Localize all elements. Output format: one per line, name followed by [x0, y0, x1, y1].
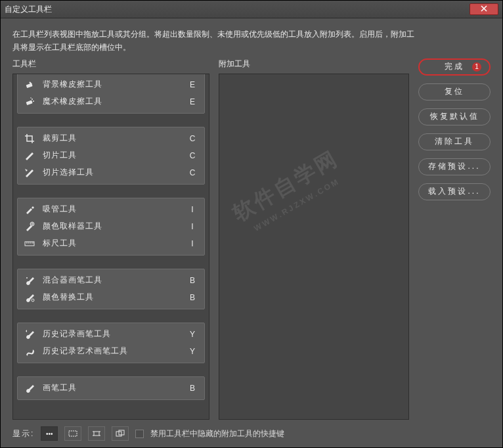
tool-label: 吸管工具	[43, 204, 186, 215]
toolbar-column-title: 工具栏	[12, 58, 209, 70]
tool-row[interactable]: 颜色替换工具B	[18, 289, 204, 306]
window: 自定义工具栏 在工具栏列表视图中拖放工具或其分组。将超出数量限制、未使用或优先级…	[0, 0, 503, 448]
tool-shortcut: B	[186, 293, 199, 302]
done-button-label: 完成	[445, 61, 464, 72]
svg-point-3	[33, 101, 34, 102]
svg-rect-16	[94, 432, 99, 436]
button-column: 完成 1 复位 恢复默认值 清除工具 存储预设... 载入预设...	[418, 58, 491, 420]
tool-row[interactable]: 裁剪工具C	[18, 130, 204, 147]
toolbar-list[interactable]: 背景橡皮擦工具E魔术橡皮擦工具E裁剪工具C切片工具C切片选择工具C吸管工具I颜色…	[12, 74, 209, 420]
main-area: 工具栏 背景橡皮擦工具E魔术橡皮擦工具E裁剪工具C切片工具C切片选择工具C吸管工…	[12, 58, 491, 420]
svg-point-14	[32, 299, 34, 302]
load-preset-button[interactable]: 载入预设...	[418, 183, 491, 200]
disable-shortcuts-label: 禁用工具栏中隐藏的附加工具的快捷键	[150, 428, 284, 439]
tool-group: 吸管工具I颜色取样器工具I标尺工具I	[17, 198, 205, 256]
ruler-icon	[23, 238, 36, 249]
tool-row[interactable]: 背景橡皮擦工具E	[18, 76, 204, 93]
tool-label: 裁剪工具	[43, 133, 186, 144]
tool-label: 颜色替换工具	[43, 292, 186, 303]
slice-icon	[23, 150, 36, 161]
display-label: 显示:	[12, 428, 34, 439]
rect-icon	[68, 430, 77, 437]
save-preset-button[interactable]: 存储预设...	[418, 158, 491, 175]
tool-shortcut: I	[186, 205, 199, 214]
slice-select-icon	[23, 168, 36, 178]
tool-label: 标尺工具	[43, 238, 186, 249]
tool-shortcut: Y	[186, 330, 199, 339]
brush-icon	[23, 383, 36, 393]
extra-column: 附加工具	[219, 58, 409, 420]
tool-shortcut: I	[186, 222, 199, 231]
tool-label: 画笔工具	[43, 382, 186, 393]
overlap-icon	[116, 430, 125, 437]
color-replace-icon	[23, 292, 36, 303]
tool-row[interactable]: 混合器画笔工具B	[18, 272, 204, 289]
tool-label: 切片工具	[43, 150, 186, 161]
tool-row[interactable]: 历史记录画笔工具Y	[18, 326, 204, 343]
tool-shortcut: Y	[186, 347, 199, 356]
tool-group: 历史记录画笔工具Y历史记录艺术画笔工具Y	[17, 323, 205, 363]
close-button[interactable]	[470, 3, 498, 15]
tool-label: 魔术橡皮擦工具	[43, 96, 186, 107]
tool-shortcut: B	[186, 276, 199, 285]
bg-eraser-icon	[23, 79, 36, 90]
window-title: 自定义工具栏	[5, 4, 470, 15]
svg-rect-15	[69, 431, 77, 436]
tool-shortcut: B	[186, 384, 199, 393]
tool-shortcut: I	[186, 239, 199, 248]
restore-defaults-button[interactable]: 恢复默认值	[418, 108, 491, 125]
tool-label: 切片选择工具	[43, 167, 186, 178]
tool-shortcut: E	[186, 80, 199, 89]
mixer-brush-icon	[23, 275, 36, 286]
tool-row[interactable]: 画笔工具B	[18, 380, 204, 397]
svg-point-13	[26, 277, 28, 279]
tool-row[interactable]: 魔术橡皮擦工具E	[18, 93, 204, 110]
tool-shortcut: E	[186, 97, 199, 106]
tool-label: 历史记录画笔工具	[43, 328, 186, 340]
svg-point-2	[32, 99, 33, 100]
tool-row[interactable]: 切片工具C	[18, 147, 204, 164]
clear-tools-button[interactable]: 清除工具	[418, 133, 491, 150]
done-badge: 1	[472, 62, 481, 72]
tool-row[interactable]: 颜色取样器工具I	[18, 218, 204, 235]
titlebar: 自定义工具栏	[1, 1, 502, 18]
extra-column-title: 附加工具	[219, 58, 409, 70]
tool-row[interactable]: 标尺工具I	[18, 235, 204, 252]
tool-group: 画笔工具B	[17, 376, 205, 400]
footer: 显示: ••• 禁用工具栏中隐藏的附加工具的快捷键	[12, 420, 491, 441]
magic-eraser-icon	[23, 97, 36, 107]
svg-rect-1	[26, 100, 33, 105]
display-option-rect[interactable]	[64, 426, 81, 441]
tool-row[interactable]: 历史记录艺术画笔工具Y	[18, 343, 204, 360]
tool-group: 背景橡皮擦工具E魔术橡皮擦工具E	[17, 74, 205, 114]
toolbar-column: 工具栏 背景橡皮擦工具E魔术橡皮擦工具E裁剪工具C切片工具C切片选择工具C吸管工…	[12, 58, 209, 420]
close-icon	[481, 5, 487, 14]
done-button[interactable]: 完成 1	[418, 58, 491, 76]
tool-label: 混合器画笔工具	[43, 275, 186, 286]
display-option-artboard[interactable]	[88, 426, 105, 441]
tool-row[interactable]: 切片选择工具C	[18, 164, 204, 181]
tool-label: 背景橡皮擦工具	[43, 79, 186, 90]
tool-row[interactable]: 吸管工具I	[18, 201, 204, 218]
display-option-dots[interactable]: •••	[41, 426, 58, 441]
svg-point-4	[30, 97, 32, 99]
artboard-icon	[92, 430, 101, 437]
extra-list[interactable]	[219, 74, 409, 420]
crop-icon	[23, 133, 36, 144]
dots-icon: •••	[46, 430, 53, 437]
history-brush-icon	[23, 329, 36, 340]
disable-shortcuts-checkbox[interactable]	[135, 430, 144, 438]
instruction-text: 在工具栏列表视图中拖放工具或其分组。将超出数量限制、未使用或优先级低的工具放入附…	[12, 28, 420, 55]
tool-group: 裁剪工具C切片工具C切片选择工具C	[17, 127, 205, 185]
eyedropper-icon	[23, 204, 36, 215]
tool-label: 历史记录艺术画笔工具	[43, 346, 186, 357]
color-sampler-icon	[23, 221, 36, 232]
tool-shortcut: C	[186, 134, 199, 143]
tool-label: 颜色取样器工具	[43, 221, 186, 232]
display-option-overlap[interactable]	[112, 426, 129, 441]
tool-group: 混合器画笔工具B颜色替换工具B	[17, 269, 205, 309]
reset-button[interactable]: 复位	[418, 83, 491, 101]
tool-shortcut: C	[186, 151, 199, 160]
dialog-body: 在工具栏列表视图中拖放工具或其分组。将超出数量限制、未使用或优先级低的工具放入附…	[1, 18, 502, 447]
art-history-brush-icon	[23, 346, 36, 357]
